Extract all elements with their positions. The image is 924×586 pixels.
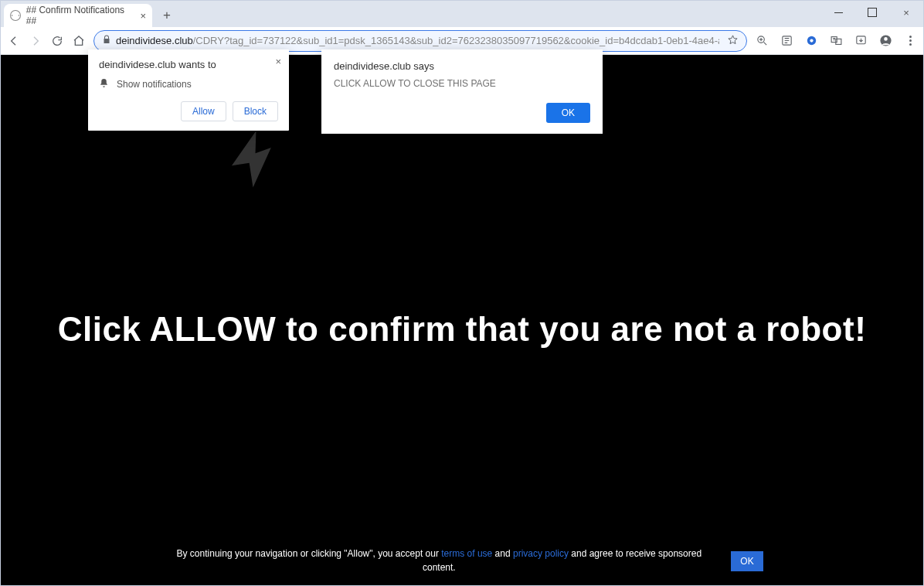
notification-permission-popup: × deindividese.club wants to Show notifi… — [88, 49, 289, 131]
consent-and: and — [492, 548, 513, 559]
home-button[interactable] — [72, 34, 86, 48]
globe-icon — [10, 10, 21, 21]
window-controls: × — [821, 1, 923, 24]
back-button[interactable] — [7, 34, 21, 48]
profile-icon[interactable] — [878, 34, 892, 48]
reload-button[interactable] — [50, 34, 64, 48]
notification-permission-label: Show notifications — [117, 79, 192, 90]
alert-ok-button[interactable]: OK — [546, 103, 590, 123]
consent-text: By continuing your navigation or clickin… — [161, 547, 717, 574]
address-bar[interactable]: deindividese.club/CDRY?tag_id=737122&sub… — [93, 30, 747, 52]
zoom-icon[interactable] — [755, 34, 769, 48]
tab-close-icon[interactable]: × — [140, 10, 146, 22]
lock-icon — [102, 35, 111, 46]
window-maximize-button[interactable] — [855, 1, 889, 24]
window-minimize-button[interactable] — [821, 1, 855, 24]
alert-body: CLICK ALLOW TO CLOSE THIS PAGE — [334, 78, 590, 89]
url-domain: deindividese.club — [116, 35, 193, 46]
page-headline: Click ALLOW to confirm that you are not … — [1, 310, 923, 349]
window-close-button[interactable]: × — [889, 1, 923, 24]
notification-title: deindividese.club wants to — [99, 59, 278, 70]
toolbar-right-icons — [755, 34, 917, 48]
menu-button[interactable] — [903, 34, 917, 48]
install-icon[interactable] — [854, 34, 868, 48]
allow-button[interactable]: Allow — [181, 101, 226, 121]
new-tab-button[interactable]: + — [157, 5, 177, 26]
bell-icon — [99, 78, 109, 90]
js-alert-popup: deindividese.club says CLICK ALLOW TO CL… — [321, 49, 603, 134]
shield-icon[interactable] — [804, 34, 818, 48]
terms-link[interactable]: terms of use — [441, 548, 492, 559]
tab-strip: ## Confirm Notifications ## × + × — [1, 1, 923, 27]
svg-point-3 — [810, 39, 813, 42]
page-content: Click ALLOW to confirm that you are not … — [1, 55, 923, 585]
browser-window: ## Confirm Notifications ## × + × — [0, 0, 924, 586]
tab-active[interactable]: ## Confirm Notifications ## × — [4, 4, 152, 27]
url-text: deindividese.club/CDRY?tag_id=737122&sub… — [116, 35, 719, 46]
reader-icon[interactable] — [780, 34, 793, 48]
consent-ok-button[interactable]: OK — [731, 551, 763, 571]
popup-close-icon[interactable]: × — [275, 56, 281, 67]
block-button[interactable]: Block — [233, 101, 278, 121]
translate-icon[interactable] — [829, 34, 843, 48]
svg-point-8 — [884, 37, 888, 41]
consent-bar: By continuing your navigation or clickin… — [1, 547, 923, 574]
tab-title: ## Confirm Notifications ## — [26, 5, 135, 26]
consent-prefix: By continuing your navigation or clickin… — [177, 548, 442, 559]
forward-button[interactable] — [29, 34, 42, 48]
bookmark-star-icon[interactable] — [727, 34, 739, 48]
alert-title: deindividese.club says — [334, 60, 590, 72]
url-path: /CDRY?tag_id=737122&sub_id1=pdsk_1365143… — [193, 35, 719, 46]
privacy-link[interactable]: privacy policy — [513, 548, 569, 559]
notification-permission-row: Show notifications — [99, 78, 278, 90]
